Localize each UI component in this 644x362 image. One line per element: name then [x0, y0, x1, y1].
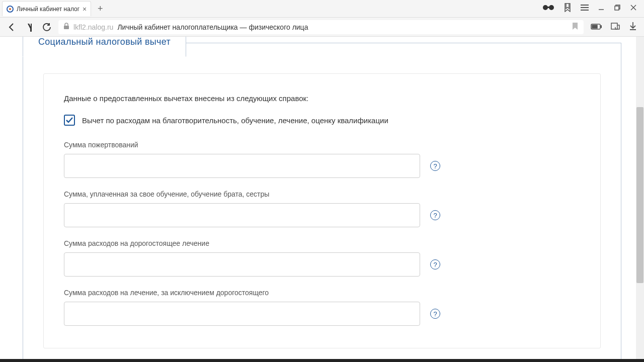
- extensions-icon[interactable]: [611, 22, 620, 33]
- svg-rect-14: [611, 23, 617, 29]
- svg-rect-10: [64, 26, 69, 29]
- browser-chrome: Личный кабинет налог × +: [0, 0, 644, 37]
- bookmark-star-icon[interactable]: [572, 22, 579, 32]
- help-icon[interactable]: ?: [430, 259, 440, 269]
- bookmarks-icon[interactable]: [564, 3, 572, 14]
- checkbox-label: Вычет по расходам на благотворительность…: [82, 116, 388, 125]
- incognito-icon[interactable]: [542, 4, 554, 13]
- address-bar: lkfl2.nalog.ru Личный кабинет налогоплат…: [0, 18, 644, 37]
- field-label: Сумма расходов на лечение, за исключение…: [64, 289, 580, 297]
- checkbox-row: Вычет по расходам на благотворительность…: [64, 115, 580, 126]
- field-treatment: Сумма расходов на лечение, за исключение…: [64, 289, 580, 326]
- url-box[interactable]: lkfl2.nalog.ru Личный кабинет налогоплат…: [58, 20, 584, 34]
- tab-close-icon[interactable]: ×: [83, 5, 87, 13]
- svg-rect-13: [592, 25, 597, 28]
- browser-tab[interactable]: Личный кабинет налог ×: [2, 1, 91, 16]
- charity-checkbox[interactable]: [64, 115, 75, 126]
- panel-tab[interactable]: Социальный налоговый вычет: [23, 37, 186, 57]
- lock-icon: [63, 23, 69, 31]
- url-domain: lkfl2.nalog.ru: [73, 23, 113, 31]
- donations-input[interactable]: [64, 154, 420, 178]
- maximize-icon[interactable]: [614, 4, 621, 13]
- field-label: Сумма расходов на дорогостоящее лечение: [64, 239, 580, 247]
- main-panel: Социальный налоговый вычет Данные о пред…: [23, 43, 621, 362]
- tab-bar: Личный кабинет налог × +: [0, 0, 644, 18]
- menu-icon[interactable]: [581, 4, 589, 13]
- tab-favicon-icon: [7, 6, 14, 13]
- scrollbar[interactable]: [636, 37, 644, 362]
- page-viewport: Социальный налоговый вычет Данные о пред…: [0, 37, 644, 362]
- reload-icon[interactable]: [42, 23, 51, 32]
- svg-rect-7: [615, 6, 619, 10]
- close-window-icon[interactable]: [630, 4, 637, 13]
- svg-point-0: [543, 5, 548, 10]
- scrollbar-thumb[interactable]: [636, 107, 643, 283]
- field-donations: Сумма пожертвований ?: [64, 141, 580, 178]
- new-tab-button[interactable]: +: [93, 2, 107, 16]
- help-icon[interactable]: ?: [430, 210, 440, 220]
- svg-point-1: [549, 5, 554, 10]
- expensive-treatment-input[interactable]: [64, 252, 420, 277]
- taskbar: [0, 359, 644, 362]
- field-expensive-treatment: Сумма расходов на дорогостоящее лечение …: [64, 239, 580, 277]
- field-label: Сумма, уплаченная за свое обучение, обуч…: [64, 190, 580, 198]
- minimize-icon[interactable]: [598, 4, 605, 13]
- education-input[interactable]: [64, 203, 420, 227]
- form-area: Данные о предоставленных вычетах внесены…: [43, 73, 601, 348]
- tab-title: Личный кабинет налог: [17, 6, 79, 13]
- svg-rect-2: [547, 7, 549, 8]
- yandex-icon[interactable]: [25, 23, 33, 32]
- intro-text: Данные о предоставленных вычетах внесены…: [64, 94, 580, 103]
- url-path: Личный кабинет налогоплательщика — физич…: [117, 23, 308, 31]
- back-icon[interactable]: [7, 23, 16, 32]
- treatment-input[interactable]: [64, 302, 420, 326]
- svg-rect-12: [601, 26, 602, 28]
- field-label: Сумма пожертвований: [64, 141, 580, 149]
- field-education: Сумма, уплаченная за свое обучение, обуч…: [64, 190, 580, 227]
- help-icon[interactable]: ?: [430, 161, 440, 171]
- help-icon[interactable]: ?: [430, 309, 440, 319]
- window-controls: [542, 3, 642, 14]
- downloads-icon[interactable]: [629, 22, 637, 33]
- panel-tab-label: Социальный налоговый вычет: [38, 37, 171, 47]
- battery-icon: [591, 23, 602, 32]
